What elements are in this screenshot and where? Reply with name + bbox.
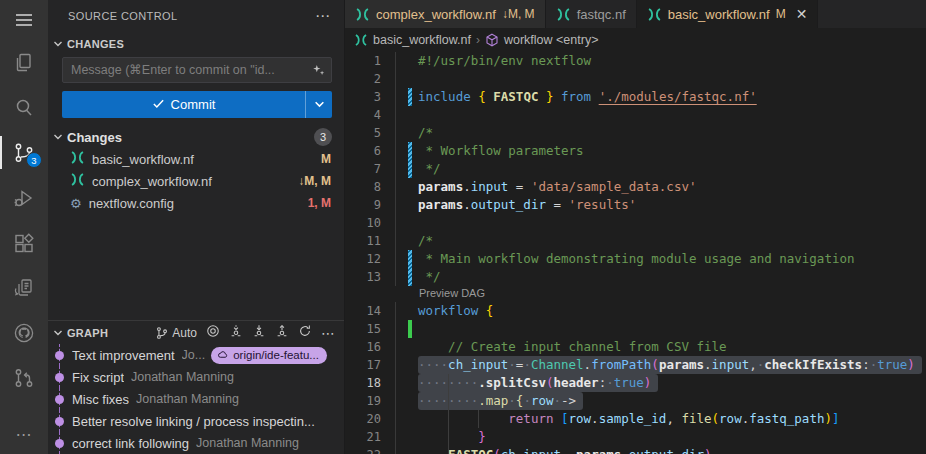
code-text: /* — [418, 232, 433, 250]
git-decoration: ↓M, M — [298, 174, 331, 188]
references-icon[interactable] — [0, 265, 48, 310]
changes-section-header[interactable]: CHANGES — [48, 32, 344, 55]
git-modified-marker — [408, 88, 412, 106]
line-number: 20 — [345, 410, 395, 428]
commit-row[interactable]: Better resolve linking / process inspect… — [48, 410, 344, 432]
code-line[interactable]: 18········.splitCsv(header:·true) — [345, 374, 926, 392]
gutter — [395, 268, 418, 286]
code-line[interactable]: 19········.map·{·row·-> — [345, 392, 926, 410]
breadcrumb-file[interactable]: basic_workflow.nf — [373, 33, 471, 47]
indent-guide — [448, 446, 449, 454]
graph-more-actions-icon[interactable]: ⋯ — [321, 328, 336, 338]
code-line[interactable]: 9params.output_dir = 'results' — [345, 196, 926, 214]
sidebar-more-actions-icon[interactable]: ⋯ — [315, 7, 330, 25]
line-number: 22 — [345, 446, 395, 454]
run-debug-icon[interactable] — [0, 175, 48, 220]
auto-branch-picker[interactable]: Auto — [155, 326, 197, 340]
code-line[interactable]: 1#!/usr/bin/env nextflow — [345, 52, 926, 70]
code-line[interactable]: 17····ch_input·=·Channel.fromPath(params… — [345, 356, 926, 374]
tab-complex-workflow[interactable]: complex_workflow.nf ↓M, M — [345, 0, 546, 28]
commit-row[interactable]: correct link following Jonathan Manning — [48, 432, 344, 454]
code-line[interactable]: 20 return [row.sample_id, file(row.fastq… — [345, 410, 926, 428]
commit-row[interactable]: Text improvement Jo... origin/ide-featu.… — [48, 344, 344, 366]
code-line[interactable]: 8params.input = 'data/sample_data.csv' — [345, 178, 926, 196]
code-line[interactable]: 4 — [345, 106, 926, 124]
code-text: FASTQC(ch_input, params.output_dir) — [418, 446, 712, 454]
code-line[interactable]: 11/* — [345, 232, 926, 250]
gutter — [395, 410, 418, 428]
close-icon[interactable]: ✕ — [796, 7, 808, 21]
target-icon[interactable] — [206, 324, 220, 342]
line-number: 21 — [345, 428, 395, 446]
commit-dot — [55, 439, 64, 448]
code-line[interactable]: 10 — [345, 214, 926, 232]
pull-icon[interactable] — [252, 324, 266, 342]
graph-toolbar: Auto ⋯ — [155, 324, 336, 342]
git-decoration: 1, M — [308, 196, 331, 210]
code-line[interactable]: 16 // Create input channel from CSV file — [345, 338, 926, 356]
commit-row[interactable]: Fix script Jonathan Manning — [48, 366, 344, 388]
branch-ref-badge[interactable]: origin/ide-featu... — [211, 347, 327, 364]
push-icon[interactable] — [275, 324, 289, 342]
code-line[interactable]: 2 — [345, 70, 926, 88]
git-modified-marker — [408, 160, 412, 178]
breadcrumb-symbol[interactable]: workflow <entry> — [504, 33, 598, 47]
graph-rail — [48, 344, 72, 366]
line-number: 14 — [345, 302, 395, 320]
menu-icon[interactable] — [0, 0, 48, 40]
branch-ref-label: origin/ide-featu... — [233, 349, 319, 361]
additional-views-icon[interactable]: ⋯ — [0, 416, 48, 452]
code-line[interactable]: 5/* — [345, 124, 926, 142]
commit-row[interactable]: Misc fixes Jonathan Manning — [48, 388, 344, 410]
git-added-marker — [408, 320, 412, 338]
line-number: 12 — [345, 250, 395, 268]
line-number: 7 — [345, 160, 395, 178]
fetch-icon[interactable] — [229, 324, 243, 342]
code-line[interactable]: 15 — [345, 320, 926, 338]
sparkle-ai-icon[interactable] — [311, 62, 326, 81]
code-text: return [row.sample_id, file(row.fastq_pa… — [418, 410, 840, 428]
changes-group-header[interactable]: Changes 3 — [48, 126, 344, 148]
code-line[interactable]: 21 } — [345, 428, 926, 446]
gutter — [395, 160, 418, 178]
file-row-complex-workflow[interactable]: complex_workflow.nf ↓M, M — [48, 170, 344, 192]
source-control-icon[interactable]: 3 — [0, 130, 48, 175]
commit-dot — [55, 395, 64, 404]
code-line[interactable]: 7 */ — [345, 160, 926, 178]
file-name: nextflow.config — [89, 196, 301, 211]
commit-button[interactable]: Commit — [62, 91, 332, 118]
code-text: #!/usr/bin/env nextflow — [418, 52, 591, 70]
git-decoration: M — [321, 152, 331, 166]
file-row-nextflow-config[interactable]: ⚙ nextflow.config 1, M — [48, 192, 344, 214]
refresh-icon[interactable] — [298, 324, 312, 342]
code-text: * Main workflow demonstrating module usa… — [418, 250, 855, 268]
code-line[interactable]: 12 * Main workflow demonstrating module … — [345, 250, 926, 268]
git-modified-marker — [408, 142, 412, 160]
pull-request-icon[interactable] — [0, 355, 48, 400]
code-text: ········.map·{·row·-> — [418, 392, 583, 410]
code-line[interactable]: 6 * Workflow parameters — [345, 142, 926, 160]
codelens-preview-dag[interactable]: Preview DAG — [345, 286, 926, 302]
github-icon[interactable] — [0, 310, 48, 355]
tab-basic-workflow-active[interactable]: basic_workflow.nf M ✕ — [637, 0, 819, 28]
code-line[interactable]: 14workflow { — [345, 302, 926, 320]
line-number: 15 — [345, 320, 395, 338]
tab-fastqc[interactable]: fastqc.nf — [546, 0, 637, 28]
git-modified-marker — [408, 250, 412, 268]
graph-section-header[interactable]: GRAPH Auto — [48, 320, 344, 344]
code-line[interactable]: 22 FASTQC(ch_input, params.output_dir) — [345, 446, 926, 454]
code-line[interactable]: 3include { FASTQC } from './modules/fast… — [345, 88, 926, 106]
commit-message: correct link following — [72, 436, 189, 451]
search-icon[interactable] — [0, 85, 48, 130]
gutter — [395, 302, 418, 320]
file-row-basic-workflow[interactable]: basic_workflow.nf M — [48, 148, 344, 170]
explorer-icon[interactable] — [0, 40, 48, 85]
nextflow-file-icon — [556, 7, 571, 22]
commit-dropdown-chevron-icon[interactable] — [306, 99, 332, 110]
commit-message-input[interactable] — [62, 57, 332, 83]
commit-dot — [55, 373, 64, 382]
code-line[interactable]: 13 */ — [345, 268, 926, 286]
nextflow-file-icon — [70, 150, 85, 169]
extensions-icon[interactable] — [0, 220, 48, 265]
chevron-down-icon — [53, 35, 63, 53]
